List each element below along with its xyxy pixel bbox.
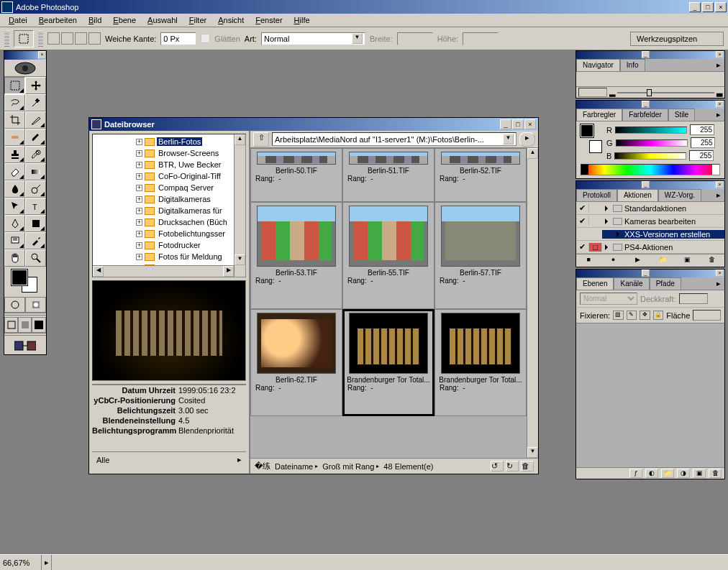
menu-edit[interactable]: Bearbeiten [33, 14, 83, 26]
thumbnail-cell[interactable]: Berlin-57.TIFRang: - [434, 202, 527, 309]
tree-item[interactable]: +Digitalkameras für [136, 205, 245, 216]
tab-color[interactable]: Farbregler [576, 109, 622, 121]
standard-mode-button[interactable] [4, 297, 25, 313]
color-swatch[interactable] [581, 124, 602, 153]
panel-menu-button[interactable]: ▸ [713, 109, 724, 121]
grip-icon[interactable] [38, 31, 43, 47]
expand-arrow-icon[interactable] [605, 206, 611, 211]
color-picker[interactable] [4, 267, 46, 297]
path-select-tool[interactable] [4, 198, 25, 215]
expand-icon[interactable]: + [136, 231, 142, 237]
pen-tool[interactable] [4, 215, 25, 232]
menu-view[interactable]: Ansicht [212, 14, 250, 26]
feather-input[interactable] [160, 32, 196, 45]
path-dropdown[interactable]: Arbeitsplatz\MediaNord auf ''I1-server1'… [272, 132, 517, 146]
expand-arrow-icon[interactable] [605, 244, 611, 250]
scroll-left-button[interactable]: ◀ [93, 266, 104, 277]
new-action-button[interactable]: ▣ [681, 256, 693, 266]
wand-tool[interactable] [25, 94, 46, 111]
toggle-checkbox[interactable]: ✔ [576, 242, 589, 252]
foreground-color-swatch[interactable] [12, 270, 27, 285]
toolbox-close-button[interactable]: × [38, 51, 46, 59]
folder-tree[interactable]: +Berlin-Fotos+Browser-Screens+BTR, Uwe B… [92, 134, 246, 277]
navigator-view[interactable] [576, 72, 724, 86]
menu-filter[interactable]: Filter [183, 14, 212, 26]
panel-minimize-button[interactable]: _ [642, 181, 650, 188]
tab-actions[interactable]: Aktionen [617, 189, 658, 201]
panel-minimize-button[interactable]: _ [642, 270, 650, 277]
tree-item[interactable]: +Berlin-Fotos [136, 136, 245, 147]
tab-styles[interactable]: Stile [668, 109, 695, 121]
scroll-up-button[interactable]: ▲ [527, 148, 538, 159]
photoshop-logo-icon[interactable] [4, 60, 46, 77]
panel-menu-button[interactable]: ▸ [713, 189, 724, 201]
tab-layers[interactable]: Ebenen [576, 277, 614, 290]
zoom-in-icon[interactable]: ▃ [716, 88, 722, 97]
expand-icon[interactable]: + [136, 208, 142, 214]
marquee-tool[interactable] [4, 77, 25, 94]
toggle-checkbox[interactable]: ✔ [576, 203, 589, 213]
tab-navigator[interactable]: Navigator [576, 59, 620, 71]
layer-mask-button[interactable]: ◐ [645, 469, 658, 478]
new-layer-button[interactable]: ▣ [693, 469, 706, 478]
play-button[interactable]: ▶ [632, 256, 645, 266]
tree-item[interactable]: +CoFo-Original-Tiff [136, 170, 245, 182]
rotate-cw-button[interactable]: ↻ [506, 461, 519, 472]
expand-icon[interactable]: + [136, 254, 142, 260]
thumbnail-cell[interactable]: Berlin-51.TIFRang: - [342, 148, 434, 202]
record-button[interactable]: ● [606, 256, 619, 266]
sort-by-dropdown[interactable]: Dateiname▸ [275, 462, 318, 471]
expand-icon[interactable]: + [136, 185, 142, 191]
thumbnail-cell[interactable]: Berlin-62.TIFRang: - [250, 309, 342, 416]
adjustment-layer-button[interactable]: ◑ [677, 469, 690, 478]
maximize-button[interactable]: □ [702, 2, 714, 12]
grip-icon[interactable] [4, 31, 9, 47]
tree-item[interactable]: +Browser-Screens [136, 147, 245, 159]
screen-full-menubar-button[interactable] [18, 317, 32, 333]
scroll-right-button[interactable]: ▶ [223, 266, 234, 277]
tab-tool-presets[interactable]: WZ-Vorg. [658, 189, 701, 201]
menu-file[interactable]: Datei [3, 14, 33, 26]
scroll-down-button[interactable]: ▼ [527, 447, 538, 458]
blur-tool[interactable] [4, 180, 25, 198]
eraser-tool[interactable] [4, 163, 25, 180]
quickmask-mode-button[interactable] [25, 297, 46, 313]
thumbs-vscrollbar[interactable]: ▲ ▼ [527, 148, 538, 458]
slice-tool[interactable] [25, 111, 46, 129]
panel-minimize-button[interactable]: _ [642, 101, 650, 108]
tree-item[interactable]: +Drucksachen (Büch [136, 216, 245, 228]
expand-icon[interactable]: + [136, 139, 142, 145]
action-row[interactable]: XXS-Versionen erstellen [576, 228, 724, 241]
zoom-input[interactable] [578, 88, 607, 97]
panel-close-button[interactable]: × [716, 101, 724, 108]
panel-minimize-button[interactable]: _ [642, 51, 650, 58]
brush-tool[interactable] [25, 129, 46, 146]
panel-menu-button[interactable]: ▸ [713, 59, 724, 71]
r-slider[interactable] [615, 127, 687, 134]
action-row[interactable]: ✔□PS4-Aktionen [576, 241, 724, 254]
tree-item[interactable]: +Fotos für Meldung [136, 251, 245, 262]
tree-item[interactable]: +BTR, Uwe Becker [136, 159, 245, 170]
gradient-tool[interactable] [25, 163, 46, 180]
fb-close-button[interactable]: × [524, 119, 536, 129]
stop-button[interactable]: ■ [582, 256, 595, 266]
menu-layer[interactable]: Ebene [107, 14, 142, 26]
history-brush-tool[interactable] [25, 146, 46, 163]
delete-button[interactable]: 🗑 [706, 256, 719, 266]
dialog-toggle[interactable]: □ [589, 243, 602, 252]
tab-swatches[interactable]: Farbfelder [622, 109, 668, 121]
expand-arrow-icon[interactable] [616, 231, 622, 237]
expand-icon[interactable]: + [136, 150, 142, 157]
menu-select[interactable]: Auswahl [142, 14, 183, 26]
panel-close-button[interactable]: × [716, 181, 724, 188]
selection-add-button[interactable] [61, 32, 73, 45]
r-input[interactable] [690, 124, 714, 135]
tree-item[interactable]: +Fotodrucker [136, 239, 245, 251]
minimize-button[interactable]: _ [689, 2, 701, 12]
tree-item[interactable]: +Compaq Server [136, 182, 245, 193]
doc-info-icon[interactable]: ▸ [42, 555, 52, 570]
selection-subtract-button[interactable] [75, 32, 87, 45]
rotate-ccw-button[interactable]: ↺ [491, 461, 504, 472]
screen-standard-button[interactable] [4, 317, 18, 333]
type-tool[interactable]: T [25, 198, 46, 215]
